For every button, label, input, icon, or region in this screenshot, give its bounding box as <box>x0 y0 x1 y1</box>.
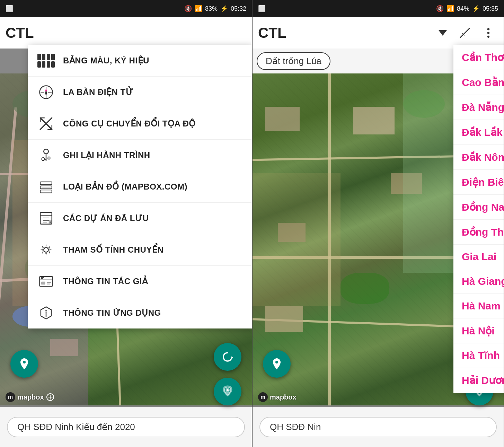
dropdown-arrow-icon <box>436 26 450 40</box>
svg-point-42 <box>45 310 47 312</box>
svg-point-15 <box>42 158 44 160</box>
location-fab-left[interactable] <box>10 350 38 378</box>
search-input-right[interactable]: Đất trồng Lúa <box>257 52 330 70</box>
more-options-button[interactable] <box>479 23 498 43</box>
svg-rect-19 <box>40 186 52 189</box>
svg-marker-7 <box>45 93 47 97</box>
mapbox-logo-left: m mapbox <box>6 392 54 402</box>
route-icon <box>37 147 55 164</box>
province-item-dien-bien[interactable]: Điện Biên <box>453 170 504 195</box>
province-item-can-tho[interactable]: Cần Thơ <box>453 45 504 70</box>
menu-item-coordinate[interactable]: CÔNG CỤ CHUYỂN ĐỔI TỌA ĐỘ <box>28 108 252 140</box>
menu-item-color-symbol[interactable]: BẢNG MÀU, KÝ HIỆU <box>28 45 252 77</box>
svg-point-53 <box>487 36 489 38</box>
time-right: 05:35 <box>483 5 498 12</box>
status-bar-left: ⬜ 🔇 📶 83% ⚡ 05:32 <box>0 0 252 17</box>
menu-label-projects: CÁC DỰ ÁN ĐÃ LƯU <box>63 213 149 223</box>
mapbox-dot-right: m <box>258 392 268 402</box>
app-bar-right: CTL <box>253 17 504 49</box>
svg-rect-18 <box>40 182 52 185</box>
mapbox-logo-right: m mapbox <box>258 392 297 402</box>
signal-left: 83% <box>205 5 218 12</box>
left-panel: ⬜ 🔇 📶 83% ⚡ 05:32 CTL <box>0 0 252 447</box>
province-selector[interactable] <box>436 26 451 40</box>
province-item-ha-tinh[interactable]: Hà Tĩnh <box>453 343 504 368</box>
province-item-gia-lai[interactable]: Gia Lai <box>453 245 504 269</box>
svg-point-45 <box>227 389 229 391</box>
menu-label-appinfo: THÔNG TIN ỨNG DỤNG <box>63 308 161 318</box>
wifi-icon-right: 📶 <box>446 5 454 12</box>
bottom-text-right-content: QH SĐĐ Nin <box>270 422 321 432</box>
grid-icon <box>37 52 55 69</box>
time-left: 05:32 <box>231 5 246 12</box>
svg-point-14 <box>44 149 48 154</box>
mute-icon-left: 🔇 <box>184 5 192 12</box>
province-item-cao-bang[interactable]: Cao Bằng <box>453 70 504 95</box>
author-icon <box>37 273 55 290</box>
signal-fab-left[interactable] <box>214 378 241 405</box>
svg-point-33 <box>44 247 48 252</box>
location-fab-right[interactable] <box>263 350 291 378</box>
menu-label-maptype: LOẠI BẢN ĐỒ (MAPBOX.COM) <box>63 182 187 192</box>
province-item-da-nang[interactable]: Đà Nẵng <box>453 95 504 120</box>
province-item-dak-lak[interactable]: Đắk Lắk <box>453 120 504 145</box>
province-item-ha-giang[interactable]: Hà Giang <box>453 269 504 294</box>
menu-item-maptype[interactable]: LOẠI BẢN ĐỒ (MAPBOX.COM) <box>28 171 252 203</box>
svg-rect-34 <box>40 277 53 287</box>
bottom-bar-left: QH SĐĐ Ninh Kiều đến 2020 <box>0 407 252 447</box>
province-item-dong-nai[interactable]: Đồng Nai <box>453 195 504 220</box>
measure-tool-button[interactable] <box>455 23 475 43</box>
wifi-icon-left: 📶 <box>195 5 202 12</box>
bottom-bar-right: QH SĐĐ Nin <box>253 407 504 447</box>
mapbox-text-left: mapbox <box>17 393 44 401</box>
svg-rect-36 <box>41 282 45 284</box>
menu-label-params: THAM SỐ TÍNH CHUYỂN <box>63 245 163 255</box>
svg-line-50 <box>467 28 469 30</box>
menu-label-color-symbol: BẢNG MÀU, KÝ HIỆU <box>63 56 149 65</box>
compass-icon <box>37 84 55 101</box>
app-title-left: CTL <box>6 25 34 41</box>
svg-point-52 <box>487 32 489 34</box>
svg-point-16 <box>47 156 51 160</box>
menu-item-appinfo[interactable]: THÔNG TIN ỨNG DỤNG <box>28 297 252 328</box>
province-item-dak-nong[interactable]: Đắk Nông <box>453 145 504 170</box>
province-item-hai-duong[interactable]: Hải Dương <box>453 368 504 393</box>
svg-point-1 <box>45 91 47 93</box>
province-item-ha-noi[interactable]: Hà Nội <box>453 318 504 343</box>
menu-label-author: THÔNG TIN TÁC GIẢ <box>63 277 148 286</box>
context-menu: BẢNG MÀU, KÝ HIỆU LA BÀN ĐIỆN TỬ <box>28 45 252 328</box>
signal-right: 84% <box>457 5 469 12</box>
menu-label-route: GHI LẠI HÀNH TRÌNH <box>63 150 150 160</box>
svg-marker-6 <box>45 88 47 91</box>
battery-icon-right: ⚡ <box>472 5 480 12</box>
menu-label-compass: LA BÀN ĐIỆN TỬ <box>63 87 133 97</box>
status-bar-right: ⬜ 🔇 📶 84% ⚡ 05:35 <box>253 0 504 17</box>
menu-item-route[interactable]: GHI LẠI HÀNH TRÌNH <box>28 140 252 171</box>
projects-icon <box>37 210 55 227</box>
screenshot-icon-right: ⬜ <box>258 5 266 12</box>
mute-icon-right: 🔇 <box>436 5 444 12</box>
layers-icon <box>37 178 55 195</box>
app-bar-left: CTL <box>0 17 252 49</box>
svg-rect-30 <box>49 220 52 224</box>
province-dropdown: Cần Thơ Cao Bằng Đà Nẵng Đắk Lắk Đắk Nôn… <box>453 45 504 393</box>
app-title-right: CTL <box>258 25 286 41</box>
mapbox-text-right: mapbox <box>270 393 297 401</box>
svg-rect-20 <box>40 190 52 193</box>
refresh-fab-left[interactable] <box>214 343 241 371</box>
menu-item-author[interactable]: THÔNG TIN TÁC GIẢ <box>28 266 252 297</box>
menu-item-params[interactable]: THAM SỐ TÍNH CHUYỂN <box>28 234 252 266</box>
menu-item-projects[interactable]: CÁC DỰ ÁN ĐÃ LƯU <box>28 203 252 234</box>
province-item-dong-thap[interactable]: Đồng Tháp <box>453 220 504 245</box>
mapbox-dot-left: m <box>6 392 15 402</box>
gear-icon <box>37 241 55 258</box>
mapbox-extra-icon <box>46 393 54 401</box>
bottom-text-right: QH SĐĐ Nin <box>259 417 497 437</box>
tools-cross-icon <box>37 115 55 132</box>
screenshot-icon: ⬜ <box>6 5 13 12</box>
svg-point-51 <box>487 28 489 30</box>
info-hexagon-icon <box>37 304 55 322</box>
province-item-ha-nam[interactable]: Hà Nam <box>453 294 504 318</box>
menu-item-compass[interactable]: LA BÀN ĐIỆN TỬ <box>28 77 252 108</box>
svg-line-48 <box>460 35 462 37</box>
